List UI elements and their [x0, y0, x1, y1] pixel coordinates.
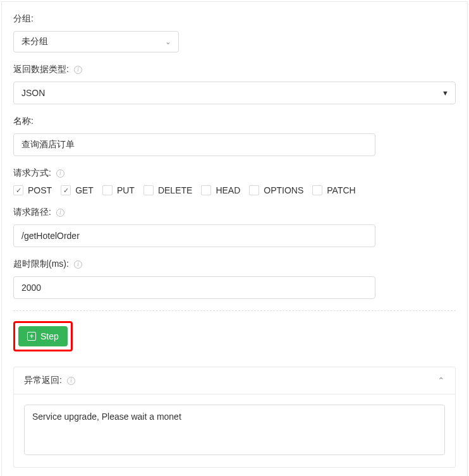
name-input[interactable] — [13, 133, 375, 156]
field-group: 分组: 未分组 ⌄ — [13, 13, 456, 52]
exception-panel: 异常返回: i ⌃ — [13, 367, 456, 468]
info-icon: i — [74, 260, 82, 269]
checkbox-icon — [249, 185, 259, 195]
group-select[interactable]: 未分组 ⌄ — [13, 31, 179, 52]
method-checkbox-row: POST GET PUT DELETE HEAD OPTIONS PATCH — [13, 185, 456, 195]
checkbox-label: OPTIONS — [264, 185, 303, 195]
checkbox-delete[interactable]: DELETE — [143, 185, 192, 195]
checkbox-icon — [143, 185, 154, 195]
method-label: 请求方式: i — [13, 168, 456, 179]
exception-panel-header[interactable]: 异常返回: i ⌃ — [14, 367, 455, 394]
form-container: 分组: 未分组 ⌄ 返回数据类型: i JSON ▼ 名称: 请求方式: i P… — [1, 1, 468, 476]
timeout-label: 超时限制(ms): i — [13, 259, 456, 270]
checkbox-label: HEAD — [216, 185, 240, 195]
response-type-label: 返回数据类型: i — [13, 64, 456, 75]
add-step-button[interactable]: + Step — [18, 326, 68, 346]
field-name: 名称: — [13, 116, 456, 156]
info-icon: i — [56, 209, 64, 217]
field-path: 请求路径: i — [13, 207, 456, 247]
method-label-text: 请求方式: — [13, 168, 51, 179]
response-type-label-text: 返回数据类型: — [13, 64, 69, 75]
caret-down-icon: ▼ — [442, 89, 449, 97]
checkbox-head[interactable]: HEAD — [201, 185, 240, 195]
path-input[interactable] — [13, 224, 375, 247]
divider — [13, 310, 456, 311]
checkbox-patch[interactable]: PATCH — [312, 185, 355, 195]
field-response-type: 返回数据类型: i JSON ▼ — [13, 64, 456, 104]
checkbox-label: DELETE — [158, 185, 192, 195]
info-icon: i — [56, 169, 64, 178]
checkbox-label: GET — [75, 185, 94, 195]
info-icon: i — [67, 377, 75, 385]
chevron-up-icon: ⌃ — [437, 375, 445, 386]
step-highlight-box: + Step — [13, 321, 73, 351]
timeout-label-text: 超时限制(ms): — [13, 259, 69, 270]
checkbox-label: PUT — [117, 185, 135, 195]
path-label-text: 请求路径: — [13, 207, 51, 218]
timeout-input[interactable] — [13, 276, 375, 299]
checkbox-icon — [312, 185, 322, 195]
exception-textarea[interactable] — [24, 405, 445, 455]
group-value: 未分组 — [21, 36, 48, 47]
field-method: 请求方式: i POST GET PUT DELETE HEAD OPTIONS… — [13, 168, 456, 195]
checkbox-get[interactable]: GET — [61, 185, 94, 195]
checkbox-icon — [102, 185, 113, 195]
path-label: 请求路径: i — [13, 207, 456, 218]
checkbox-put[interactable]: PUT — [102, 185, 135, 195]
exception-title: 异常返回: i — [24, 375, 75, 386]
exception-title-text: 异常返回: — [24, 375, 62, 386]
checkbox-label: POST — [28, 185, 52, 195]
exception-panel-body — [14, 394, 455, 467]
plus-icon: + — [27, 332, 36, 341]
checkbox-options[interactable]: OPTIONS — [249, 185, 303, 195]
info-icon: i — [74, 66, 82, 74]
response-type-value: JSON — [21, 88, 45, 98]
field-timeout: 超时限制(ms): i — [13, 259, 456, 299]
checkbox-icon — [13, 185, 23, 195]
checkbox-icon — [201, 185, 211, 195]
checkbox-post[interactable]: POST — [13, 185, 52, 195]
checkbox-icon — [61, 185, 71, 195]
response-type-select[interactable]: JSON ▼ — [13, 82, 456, 104]
name-label: 名称: — [13, 116, 456, 127]
checkbox-label: PATCH — [327, 185, 355, 195]
step-button-label: Step — [40, 331, 59, 341]
group-label: 分组: — [13, 13, 456, 25]
